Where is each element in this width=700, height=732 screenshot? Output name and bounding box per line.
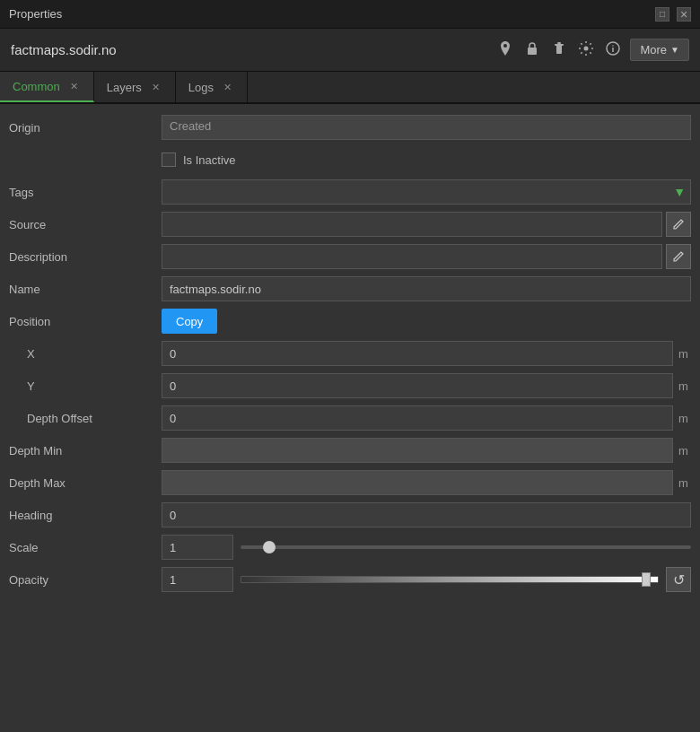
depth-min-control: m <box>162 438 691 463</box>
is-inactive-checkbox-wrapper[interactable]: Is Inactive <box>162 152 236 167</box>
content-area: Origin Created Is Inactive Tags ▼ Sourc <box>0 104 700 732</box>
close-button[interactable]: × <box>677 7 691 22</box>
depth-min-unit: m <box>673 444 691 458</box>
depth-offset-unit: m <box>673 412 691 425</box>
copy-button[interactable]: Copy <box>162 309 217 334</box>
opacity-slider-track[interactable] <box>241 576 659 583</box>
svg-rect-1 <box>556 45 562 54</box>
title-bar: Properties □ × <box>0 0 700 29</box>
depth-max-input-wrapper: m <box>162 470 691 495</box>
scale-row: Scale <box>0 531 700 563</box>
heading-input[interactable] <box>162 502 691 527</box>
y-label: Y <box>9 379 162 393</box>
pin-icon[interactable] <box>495 39 515 62</box>
source-input-wrapper <box>162 212 691 237</box>
tab-logs[interactable]: Logs ✕ <box>176 72 248 102</box>
more-button[interactable]: More ▼ <box>630 39 689 61</box>
name-row: Name <box>0 273 700 305</box>
name-label: Name <box>9 283 162 296</box>
depth-max-unit: m <box>673 476 691 490</box>
tab-layers[interactable]: Layers ✕ <box>94 72 176 102</box>
heading-label: Heading <box>9 509 162 522</box>
svg-rect-6 <box>613 48 615 52</box>
tab-layers-close[interactable]: ✕ <box>149 81 162 94</box>
svg-point-4 <box>584 46 589 50</box>
settings-icon[interactable] <box>576 39 596 62</box>
tab-common-close[interactable]: ✕ <box>67 80 81 93</box>
origin-label: Origin <box>9 121 162 135</box>
y-control: m <box>162 373 691 398</box>
x-input-wrapper: m <box>162 341 691 366</box>
depth-min-row: Depth Min m <box>0 434 700 466</box>
description-edit-icon <box>672 250 685 263</box>
description-control <box>162 244 691 269</box>
depth-max-label: Depth Max <box>9 476 162 490</box>
depth-offset-row: Depth Offset m <box>0 402 700 434</box>
depth-min-input-wrapper: m <box>162 438 691 463</box>
tab-logs-close[interactable]: ✕ <box>221 81 234 94</box>
scale-value-input[interactable] <box>162 535 233 560</box>
tags-select-wrapper: ▼ <box>162 179 691 205</box>
x-input[interactable] <box>162 341 673 366</box>
tags-select[interactable] <box>162 179 691 205</box>
scale-slider-thumb[interactable] <box>263 541 276 553</box>
tabs-bar: Common ✕ Layers ✕ Logs ✕ <box>0 72 700 104</box>
x-unit: m <box>673 347 691 361</box>
y-input-wrapper: m <box>162 373 691 398</box>
description-label: Description <box>9 250 162 264</box>
depth-max-input[interactable] <box>162 470 673 495</box>
lock-icon[interactable] <box>522 39 542 62</box>
source-edit-button[interactable] <box>666 212 691 237</box>
title-bar-title: Properties <box>9 7 648 21</box>
name-control <box>162 276 691 301</box>
position-row: Position Copy <box>0 305 700 337</box>
x-label: X <box>9 347 162 361</box>
depth-offset-input[interactable] <box>162 405 673 431</box>
y-input[interactable] <box>162 373 673 398</box>
restore-button[interactable]: □ <box>655 7 669 22</box>
svg-rect-3 <box>557 42 561 44</box>
opacity-value-input[interactable] <box>162 567 233 592</box>
description-row: Description <box>0 240 700 273</box>
is-inactive-control: Is Inactive <box>162 152 691 167</box>
opacity-control: ↺ <box>162 567 691 592</box>
depth-min-input[interactable] <box>162 438 673 463</box>
heading-control <box>162 502 691 527</box>
window-controls: □ <box>655 7 669 22</box>
tags-control: ▼ <box>162 179 691 205</box>
description-input[interactable] <box>162 244 662 269</box>
name-input[interactable] <box>162 276 691 301</box>
origin-value: Created <box>162 115 691 140</box>
source-input[interactable] <box>162 212 662 237</box>
delete-icon[interactable] <box>549 39 569 62</box>
refresh-icon: ↺ <box>673 571 685 588</box>
tags-row: Tags ▼ <box>0 176 700 208</box>
depth-offset-control: m <box>162 405 691 431</box>
opacity-refresh-button[interactable]: ↺ <box>666 567 691 592</box>
description-edit-button[interactable] <box>666 244 691 269</box>
scale-slider-track[interactable] <box>241 545 691 549</box>
is-inactive-label: Is Inactive <box>183 153 236 167</box>
x-control: m <box>162 341 691 366</box>
tab-logs-label: Logs <box>188 81 214 94</box>
header-icons: More ▼ <box>495 39 689 62</box>
info-icon[interactable] <box>603 39 623 62</box>
y-row: Y m <box>0 370 700 402</box>
is-inactive-checkbox[interactable] <box>162 152 176 167</box>
opacity-slider-thumb[interactable] <box>642 572 651 587</box>
source-control <box>162 212 691 237</box>
source-label: Source <box>9 218 162 231</box>
y-unit: m <box>673 379 691 393</box>
depth-offset-input-wrapper: m <box>162 405 691 431</box>
depth-offset-label: Depth Offset <box>9 412 162 425</box>
tags-label: Tags <box>9 186 162 199</box>
tab-common[interactable]: Common ✕ <box>0 72 94 102</box>
opacity-row: Opacity ↺ <box>0 563 700 596</box>
opacity-label: Opacity <box>9 573 162 587</box>
svg-point-7 <box>613 45 615 47</box>
header-title: factmaps.sodir.no <box>11 42 486 57</box>
tab-common-label: Common <box>13 80 60 93</box>
header-bar: factmaps.sodir.no <box>0 29 700 72</box>
source-edit-icon <box>672 218 685 231</box>
scale-control <box>162 535 691 560</box>
